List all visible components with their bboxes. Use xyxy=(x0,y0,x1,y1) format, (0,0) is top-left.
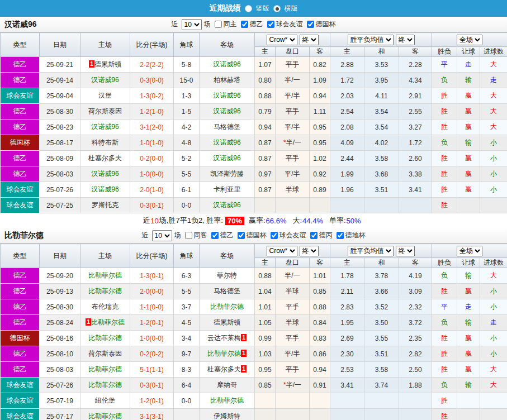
handicap-line: 平/半 xyxy=(276,88,310,104)
match-date: 25-09-14 xyxy=(40,73,80,88)
league-checkbox[interactable] xyxy=(238,232,245,239)
result-wdl: 胜 xyxy=(432,166,457,182)
league-checkbox[interactable] xyxy=(267,21,274,28)
away-team: 杜塞尔多夫1 xyxy=(207,365,247,373)
match-row: 球会友谊25-07-19纽伦堡1-2(0-1)0-0比勒菲尔德胜 xyxy=(1,393,507,409)
league-checkbox[interactable] xyxy=(310,232,318,239)
avg-draw xyxy=(364,409,399,420)
league-checkbox-label[interactable]: 德国杯 xyxy=(247,231,267,240)
away-team-cell: 卡利亚里 xyxy=(200,182,255,198)
away-team: 凯泽斯劳滕 xyxy=(210,170,244,178)
league-checkbox-label[interactable]: 德国杯 xyxy=(316,20,336,29)
handicap-line: 平手 xyxy=(276,57,310,73)
league-checkbox[interactable] xyxy=(211,232,219,239)
handicap-text: 半/一 xyxy=(286,381,301,389)
avg-away: 3.72 xyxy=(399,315,432,331)
handicap-rate-value: 66.6% xyxy=(266,217,287,225)
match-date: 25-07-25 xyxy=(40,198,80,213)
sub-column-header: 让球 xyxy=(457,258,480,268)
odds-away xyxy=(310,198,330,213)
home-team: 汉诺威96 xyxy=(91,170,119,178)
match-type-badge: 德乙 xyxy=(1,315,40,331)
odds-source-select[interactable]: 终 xyxy=(396,35,415,45)
home-team-name: 科特布斯 xyxy=(92,139,119,146)
vertical-radio-label[interactable]: 竖版 xyxy=(256,4,269,13)
odds-source-select[interactable]: 胜平负均值 xyxy=(348,246,394,256)
match-date: 25-09-04 xyxy=(40,88,80,104)
match-type-badge: 德乙 xyxy=(1,299,40,315)
thead-0: 类型日期主场比分(半场)角球客场Crow*终胜平负均值终全场主盘口客主和客胜负让… xyxy=(1,33,507,57)
result-goals: 大 xyxy=(480,268,507,284)
vertical-radio[interactable] xyxy=(245,5,252,12)
odds-group-header: 全场 xyxy=(432,244,507,258)
avg-away: 2.60 xyxy=(399,151,432,166)
odds-home: 0.80 xyxy=(255,73,276,88)
team-name: 汉诺威96 xyxy=(0,20,37,30)
odds-home xyxy=(255,198,276,213)
odds-source-select[interactable]: 全场 xyxy=(457,246,482,256)
result-wdl: 负 xyxy=(432,315,457,331)
match-count-select[interactable]: 10 xyxy=(152,230,172,241)
match-count-select[interactable]: 10 xyxy=(182,19,202,30)
odds-away: 0.95 xyxy=(310,135,330,151)
avg-draw: 3.54 xyxy=(364,120,399,135)
away-team-cell: 汉诺威96 xyxy=(200,135,255,151)
away-team-cell: 云达不莱梅1 xyxy=(200,331,255,346)
odds-source-select[interactable]: 终 xyxy=(300,35,319,45)
league-checkbox-label[interactable]: 德乙 xyxy=(220,231,234,240)
handicap-line: 平手 xyxy=(276,362,310,378)
away-team-cell: 比勒菲尔德 xyxy=(200,299,255,315)
odds-source-select[interactable]: Crow* xyxy=(267,35,297,45)
same-venue-checkbox[interactable] xyxy=(215,21,222,28)
result-goals: 大 xyxy=(480,88,507,104)
match-score: 1-3(0-2) xyxy=(130,88,174,104)
league-checkbox-label[interactable]: 球会友谊 xyxy=(276,20,303,29)
odds-source-select[interactable]: 胜平负均值 xyxy=(348,35,394,45)
away-team: 云达不莱梅1 xyxy=(207,334,247,342)
league-checkbox[interactable] xyxy=(241,21,248,28)
league-checkbox-label[interactable]: 德乙 xyxy=(250,20,263,29)
same-venue-label[interactable]: 同客 xyxy=(194,231,207,240)
league-checkbox-label[interactable]: 德地杯 xyxy=(345,231,366,240)
result-goals: 小 xyxy=(480,299,507,315)
avg-draw: 3.53 xyxy=(364,57,399,73)
match-type-badge: 德乙 xyxy=(1,166,40,182)
result-handicap: 赢 xyxy=(457,362,480,378)
league-checkbox-label[interactable]: 球会友谊 xyxy=(279,231,306,240)
match-score: 1-2(0-1) xyxy=(130,315,174,331)
odds-source-select[interactable]: 全场 xyxy=(457,35,482,45)
column-header: 类型 xyxy=(1,33,40,57)
league-checkbox[interactable] xyxy=(337,232,344,239)
same-venue-label[interactable]: 同主 xyxy=(224,20,237,29)
odds-source-select[interactable]: 终 xyxy=(396,246,415,256)
corner-score: 5-8 xyxy=(174,57,200,73)
home-team: 汉堡 xyxy=(98,92,112,99)
away-team: 德累斯顿 xyxy=(214,318,240,326)
odds-home: 0.79 xyxy=(255,104,276,120)
match-type-badge: 球会友谊 xyxy=(1,182,40,198)
same-venue-checkbox[interactable] xyxy=(185,232,192,239)
score-text: 0-3(0-1) xyxy=(140,381,164,389)
away-team: 伊姆斯特 xyxy=(214,412,240,420)
avg-home: 1.96 xyxy=(330,182,364,198)
match-row: 德乙25-08-03比勒菲尔德5-1(1-1)8-3杜塞尔多夫10.95平手0.… xyxy=(1,362,507,378)
league-checkbox[interactable] xyxy=(307,21,314,28)
odds-away: 0.94 xyxy=(310,88,330,104)
league-checkbox[interactable] xyxy=(271,232,278,239)
match-date: 25-09-21 xyxy=(40,57,80,73)
league-checkbox-label[interactable]: 德丙 xyxy=(319,231,333,240)
result-handicap: 输 xyxy=(457,378,480,393)
away-team-name: 比勒菲尔德 xyxy=(210,397,244,404)
avg-draw xyxy=(364,393,399,409)
horizontal-radio-label[interactable]: 横版 xyxy=(285,4,298,13)
away-team: 比勒菲尔德 xyxy=(210,397,244,404)
home-team-name: 荷尔斯泰因 xyxy=(88,107,122,115)
home-team-name: 比勒菲尔德 xyxy=(88,271,122,279)
odds-source-select[interactable]: 终 xyxy=(300,246,319,256)
home-team-name: 比勒菲尔德 xyxy=(88,412,122,420)
team-section-bielefeld: 比勒菲尔德 近10场同客德乙德国杯球会友谊德丙德地杯 类型日期主场比分(半场)角… xyxy=(0,228,507,420)
odds-source-select[interactable]: Crow* xyxy=(267,246,297,256)
away-team-name: 伊姆斯特 xyxy=(214,412,240,420)
avg-away: 2.55 xyxy=(399,104,432,120)
horizontal-radio[interactable] xyxy=(273,5,281,12)
